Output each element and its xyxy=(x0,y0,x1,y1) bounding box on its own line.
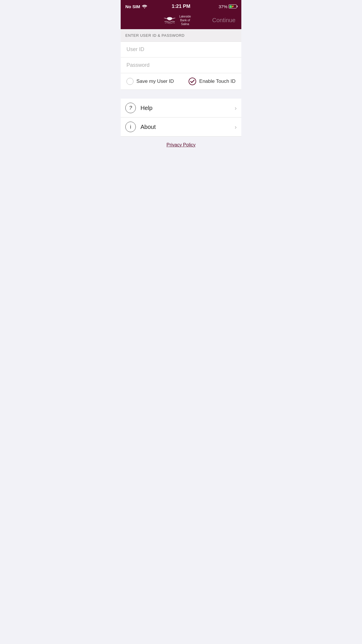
help-label: Help xyxy=(140,105,235,111)
options-row: Save my User ID Enable Touch ID xyxy=(121,73,241,90)
menu-section: ? Help › i About › xyxy=(121,99,241,136)
continue-button[interactable]: Continue xyxy=(212,17,236,24)
checkmark-icon xyxy=(188,77,196,85)
about-chevron-icon: › xyxy=(235,124,237,130)
carrier-info: No SIM xyxy=(125,4,147,9)
app-logo: Lakeside Bank of Salina xyxy=(162,14,191,26)
carrier-text: No SIM xyxy=(125,4,140,9)
status-time: 1:21 PM xyxy=(172,4,190,9)
help-menu-item[interactable]: ? Help › xyxy=(121,99,241,118)
bank-name-2: Bank of xyxy=(179,18,191,22)
status-bar: No SIM 1:21 PM 37% ⚡ xyxy=(121,0,241,13)
help-chevron-icon: › xyxy=(235,105,237,111)
svg-point-2 xyxy=(168,18,172,20)
enable-touch-id-checkbox[interactable]: Enable Touch ID xyxy=(188,77,236,85)
battery-info: 37% ⚡ xyxy=(219,4,237,9)
save-user-id-checkbox[interactable]: Save my User ID xyxy=(126,78,174,85)
nav-bar: Lakeside Bank of Salina Continue xyxy=(121,13,241,29)
info-icon: i xyxy=(130,124,131,130)
battery-icon: ⚡ xyxy=(229,4,237,8)
about-menu-item[interactable]: i About › xyxy=(121,118,241,136)
battery-percent: 37% xyxy=(219,4,227,9)
user-id-input[interactable] xyxy=(126,46,236,52)
question-mark-icon: ? xyxy=(129,105,132,111)
bank-name: Lakeside xyxy=(179,15,191,18)
save-user-id-label: Save my User ID xyxy=(136,78,174,84)
wifi-icon xyxy=(142,4,147,8)
svg-point-3 xyxy=(189,78,196,85)
help-icon-circle: ? xyxy=(125,103,136,113)
section-header-text: ENTER USER ID & PASSWORD xyxy=(125,33,184,38)
privacy-policy-link[interactable]: Privacy Policy xyxy=(166,142,196,147)
about-label: About xyxy=(140,124,235,130)
privacy-policy-container: Privacy Policy xyxy=(121,136,241,153)
user-id-field[interactable] xyxy=(121,42,241,57)
login-section-header: ENTER USER ID & PASSWORD xyxy=(121,29,241,42)
bank-logo-icon xyxy=(162,14,177,26)
login-form: Save my User ID Enable Touch ID xyxy=(121,42,241,90)
save-user-id-circle[interactable] xyxy=(126,78,133,85)
svg-point-0 xyxy=(144,8,145,8)
bank-name-3: Salina xyxy=(179,22,191,26)
password-input[interactable] xyxy=(126,62,236,68)
form-spacer xyxy=(121,90,241,99)
touch-id-label: Enable Touch ID xyxy=(199,78,236,84)
about-icon-circle: i xyxy=(125,122,136,132)
password-field[interactable] xyxy=(121,57,241,73)
empty-area xyxy=(121,153,241,270)
